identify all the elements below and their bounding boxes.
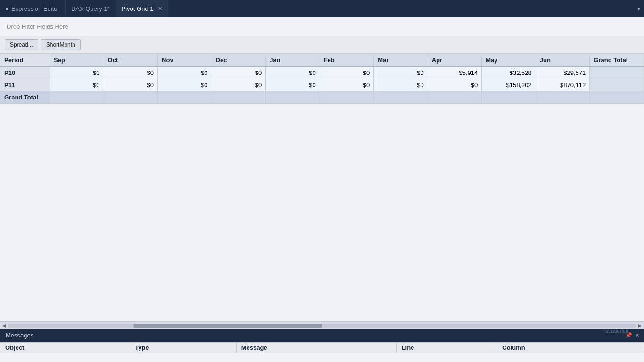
- col-header-dec: Dec: [212, 54, 266, 67]
- tab-label-pivot-grid: Pivot Grid 1: [122, 5, 154, 12]
- pivot-grid-container: Period Sep Oct Nov Dec Jan Feb Mar Apr M…: [0, 54, 644, 321]
- cell-p11-oct: $0: [104, 79, 158, 91]
- cell-p10-dec: $0: [212, 66, 266, 79]
- tab-pivot-grid[interactable]: Pivot Grid 1 ✕: [116, 0, 169, 17]
- cell-grandtotal-mar: [374, 91, 428, 104]
- col-header-sep: Sep: [50, 54, 104, 67]
- col-object: Object: [0, 343, 130, 353]
- row-header-p11: P11: [0, 79, 50, 91]
- cell-p10-sep: $0: [50, 66, 104, 79]
- cell-p10-mar: $0: [374, 66, 428, 79]
- table-row: P11 $0 $0 $0 $0 $0 $0 $0 $0 $158,202 $87…: [0, 79, 644, 91]
- drop-filter-label: Drop Filter Fields Here: [7, 23, 68, 30]
- tab-label-expression-editor: Expression Editor: [11, 5, 59, 12]
- cell-p10-may: $32,528: [482, 66, 536, 79]
- cell-p10-oct: $0: [104, 66, 158, 79]
- bottom-panel: Messages 📌 ✕ SUBSCRIBE Object Type Messa…: [0, 329, 644, 362]
- cell-p11-may: $158,202: [482, 79, 536, 91]
- col-message: Message: [236, 343, 396, 353]
- cell-p11-feb: $0: [320, 79, 374, 91]
- grand-total-row: Grand Total: [0, 91, 644, 104]
- cell-p10-feb: $0: [320, 66, 374, 79]
- cell-p10-jun: $29,571: [536, 66, 590, 79]
- tab-expression-editor[interactable]: Expression Editor: [0, 0, 66, 17]
- col-type: Type: [130, 343, 237, 353]
- cell-p11-mar: $0: [374, 79, 428, 91]
- messages-table: Object Type Message Line Column: [0, 342, 644, 353]
- subscribe-watermark: SUBSCRIBE: [605, 329, 630, 334]
- cell-p11-nov: $0: [158, 79, 212, 91]
- scrollbar-thumb[interactable]: [133, 324, 322, 328]
- subscribe-text: SUBSCRIBE: [605, 329, 630, 334]
- cell-p11-jan: $0: [266, 79, 320, 91]
- cell-grandtotal-nov: [158, 91, 212, 104]
- title-bar-chevron-icon[interactable]: ▾: [637, 6, 640, 12]
- field-buttons-area: Spread... ShortMonth: [0, 36, 644, 54]
- scrollbar-track[interactable]: [8, 324, 636, 328]
- main-content: Drop Filter Fields Here Spread... ShortM…: [0, 17, 644, 329]
- col-header-may: May: [482, 54, 536, 67]
- messages-title: Messages: [6, 332, 33, 339]
- row-header-p10: P10: [0, 66, 50, 79]
- messages-table-area: Object Type Message Line Column: [0, 342, 644, 362]
- cell-p10-apr: $5,914: [428, 66, 482, 79]
- horizontal-scrollbar[interactable]: ◀ ▶: [0, 321, 644, 329]
- cell-grandtotal-total: [590, 91, 644, 104]
- col-header-period: Period: [0, 54, 50, 67]
- col-line: Line: [396, 343, 497, 353]
- col-column: Column: [497, 343, 644, 353]
- cell-grandtotal-jun: [536, 91, 590, 104]
- title-bar: Expression Editor DAX Query 1* Pivot Gri…: [0, 0, 644, 17]
- col-header-apr: Apr: [428, 54, 482, 67]
- cell-p10-nov: $0: [158, 66, 212, 79]
- tab-label-dax-query: DAX Query 1*: [71, 5, 110, 12]
- col-header-grand-total: Grand Total: [590, 54, 644, 67]
- cell-p11-apr: $0: [428, 79, 482, 91]
- cell-grandtotal-apr: [428, 91, 482, 104]
- row-header-grand-total: Grand Total: [0, 91, 50, 104]
- tab-dax-query[interactable]: DAX Query 1*: [66, 0, 116, 17]
- col-header-mar: Mar: [374, 54, 428, 67]
- col-header-jan: Jan: [266, 54, 320, 67]
- cell-p10-grand-total: [590, 66, 644, 79]
- scroll-right-arrow[interactable]: ▶: [636, 322, 643, 329]
- messages-header-row: Object Type Message Line Column: [0, 343, 644, 353]
- cell-grandtotal-oct: [104, 91, 158, 104]
- cell-p11-grand-total: [590, 79, 644, 91]
- col-header-feb: Feb: [320, 54, 374, 67]
- tab-dot-expression-editor: [6, 8, 8, 10]
- cell-grandtotal-feb: [320, 91, 374, 104]
- cell-p11-jun: $870,112: [536, 79, 590, 91]
- cell-grandtotal-dec: [212, 91, 266, 104]
- cell-grandtotal-sep: [50, 91, 104, 104]
- spread-button[interactable]: Spread...: [5, 39, 38, 50]
- tab-close-pivot-grid[interactable]: ✕: [158, 6, 162, 12]
- cell-grandtotal-may: [482, 91, 536, 104]
- column-header-row: Period Sep Oct Nov Dec Jan Feb Mar Apr M…: [0, 54, 644, 67]
- col-header-jun: Jun: [536, 54, 590, 67]
- cell-p10-jan: $0: [266, 66, 320, 79]
- close-messages-icon[interactable]: ✕: [635, 332, 639, 338]
- shortmonth-button[interactable]: ShortMonth: [41, 39, 81, 50]
- cell-p11-dec: $0: [212, 79, 266, 91]
- cell-grandtotal-jan: [266, 91, 320, 104]
- grid-area[interactable]: Period Sep Oct Nov Dec Jan Feb Mar Apr M…: [0, 54, 644, 321]
- col-header-oct: Oct: [104, 54, 158, 67]
- col-header-nov: Nov: [158, 54, 212, 67]
- cell-p11-sep: $0: [50, 79, 104, 91]
- pivot-table: Period Sep Oct Nov Dec Jan Feb Mar Apr M…: [0, 54, 644, 104]
- table-row: P10 $0 $0 $0 $0 $0 $0 $0 $5,914 $32,528 …: [0, 66, 644, 79]
- scroll-left-arrow[interactable]: ◀: [1, 322, 8, 329]
- messages-header: Messages 📌 ✕ SUBSCRIBE: [0, 329, 644, 342]
- drop-filter-area[interactable]: Drop Filter Fields Here: [0, 17, 644, 36]
